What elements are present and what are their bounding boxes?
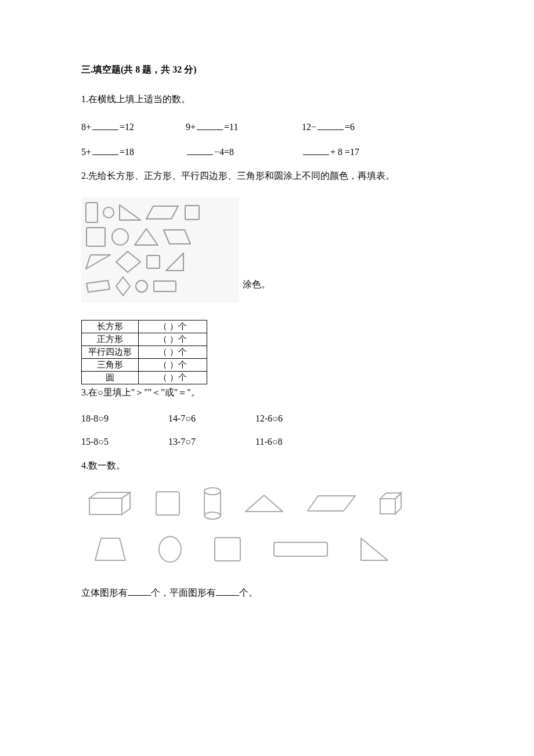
svg-marker-2 (120, 205, 140, 220)
svg-point-24 (204, 512, 221, 519)
table-row: 平行四边形（ ）个 (82, 346, 207, 359)
q1-row-2: 5+ =18 −4=8 + 8 =17 (81, 145, 459, 157)
q1-item-6: + 8 =17 (302, 145, 359, 157)
q2-table-blank-1[interactable]: （ ）个 (139, 321, 207, 333)
svg-point-15 (136, 280, 147, 292)
svg-rect-32 (215, 538, 240, 561)
svg-marker-17 (89, 498, 122, 514)
svg-marker-30 (95, 538, 125, 560)
circle-icon (110, 227, 130, 247)
q4-blank-1[interactable] (128, 595, 151, 596)
q4-sentence: 立体图形有个，平面图形有个。 (81, 587, 459, 599)
svg-rect-5 (86, 228, 105, 246)
cube-icon (378, 491, 403, 516)
q3-item-6[interactable]: 11-6○8 (255, 437, 342, 447)
square-icon (85, 226, 107, 248)
svg-marker-10 (116, 251, 140, 272)
table-row: 三角形（ ）个 (82, 359, 207, 372)
cylinder-icon (202, 487, 223, 520)
section-title: 填空题 (93, 64, 121, 74)
svg-point-6 (112, 229, 128, 245)
section-count: 共 8 题，共 32 分 (124, 64, 193, 74)
svg-marker-13 (86, 280, 110, 292)
svg-marker-25 (246, 495, 283, 512)
svg-marker-26 (308, 496, 355, 511)
square-icon (145, 254, 161, 270)
rectangle-icon (152, 279, 178, 293)
parallelogram-icon (163, 228, 192, 246)
q1-row-1: 8+ =12 9+ =11 12− =6 (81, 120, 459, 132)
parallelogram-icon (145, 204, 180, 221)
svg-marker-7 (135, 229, 158, 245)
rectangle-icon (85, 279, 111, 294)
q2-table-blank-3[interactable]: （ ）个 (139, 346, 207, 359)
svg-marker-27 (380, 499, 395, 514)
triangle-icon (134, 227, 159, 247)
q1-blank-3[interactable] (317, 120, 344, 130)
svg-rect-4 (185, 206, 199, 219)
square-icon (154, 489, 182, 517)
q3-item-2[interactable]: 14-7○6 (168, 413, 255, 424)
q1-item-4: 5+ =18 (81, 145, 186, 157)
svg-marker-3 (146, 206, 178, 219)
q1-item-2: 9+ =11 (186, 120, 302, 132)
circle-icon (157, 535, 183, 564)
square-icon (212, 535, 243, 563)
rectangle-icon (272, 540, 330, 559)
q1-blank-4[interactable] (92, 145, 118, 155)
q1-prompt: 1.在横线上填上适当的数。 (81, 93, 459, 106)
q3-prompt: 3.在○里填上"＞""＜"或"＝"。 (81, 387, 459, 399)
q2-table-blank-4[interactable]: （ ）个 (139, 359, 207, 372)
q1-item-1: 8+ =12 (81, 120, 186, 132)
parallelogram-icon (115, 250, 142, 273)
triangle-icon (359, 536, 390, 563)
q4-blank-2[interactable] (216, 595, 239, 596)
q1-blank-5[interactable] (187, 145, 213, 155)
rectangle-icon (85, 201, 99, 224)
q2-table-blank-5[interactable]: （ ）个 (139, 372, 207, 384)
triangle-icon (118, 204, 142, 221)
parallelogram-icon (305, 493, 358, 514)
q3-row-1: 18-8○9 14-7○6 12-6○6 (81, 413, 459, 424)
q3-item-5[interactable]: 13-7○7 (168, 437, 255, 447)
circle-icon (102, 206, 115, 219)
triangle-icon (85, 253, 111, 271)
q1-item-5: −4=8 (186, 145, 302, 157)
trapezoid-icon (93, 536, 128, 563)
q1-blank-1[interactable] (92, 120, 118, 130)
q3-item-1[interactable]: 18-8○9 (81, 413, 168, 424)
svg-marker-9 (86, 255, 110, 269)
cuboid-icon (87, 490, 134, 517)
parallelogram-icon (115, 276, 131, 297)
svg-marker-12 (166, 253, 183, 271)
svg-marker-8 (164, 230, 190, 244)
q2-shapes-box (81, 197, 239, 303)
svg-rect-0 (86, 203, 98, 222)
svg-marker-34 (361, 538, 388, 560)
table-row: 圆（ ）个 (82, 372, 207, 384)
svg-point-21 (204, 488, 221, 495)
svg-point-1 (103, 207, 114, 218)
q3-row-2: 15-8○5 13-7○7 11-6○8 (81, 437, 459, 447)
section-header: 三.填空题(共 8 题，共 32 分) (81, 64, 459, 76)
q2-prompt: 2.先给长方形、正方形、平行四边形、三角形和圆涂上不同的颜色，再填表。 (81, 170, 459, 182)
q1-blank-2[interactable] (197, 120, 223, 130)
svg-rect-33 (274, 542, 327, 556)
q4-shapes (81, 487, 459, 564)
q1-item-3: 12− =6 (302, 120, 355, 132)
q3-item-4[interactable]: 15-8○5 (81, 437, 168, 447)
svg-marker-29 (395, 493, 401, 514)
q4-prompt: 4.数一数。 (81, 460, 459, 472)
svg-marker-19 (122, 492, 130, 514)
q2-table-blank-2[interactable]: （ ）个 (139, 333, 207, 346)
svg-rect-11 (147, 255, 160, 268)
q3-item-3[interactable]: 12-6○6 (255, 413, 342, 424)
table-row: 正方形（ ）个 (82, 333, 207, 346)
q2-table: 长方形（ ）个 正方形（ ）个 平行四边形（ ）个 三角形（ ）个 圆（ ）个 (81, 320, 207, 384)
q1-blank-6[interactable] (303, 145, 329, 155)
q2-color-label: 涂色。 (243, 279, 270, 291)
circle-icon (135, 279, 149, 293)
section-number: 三 (81, 64, 91, 74)
svg-point-31 (159, 537, 181, 562)
square-icon (183, 204, 201, 221)
